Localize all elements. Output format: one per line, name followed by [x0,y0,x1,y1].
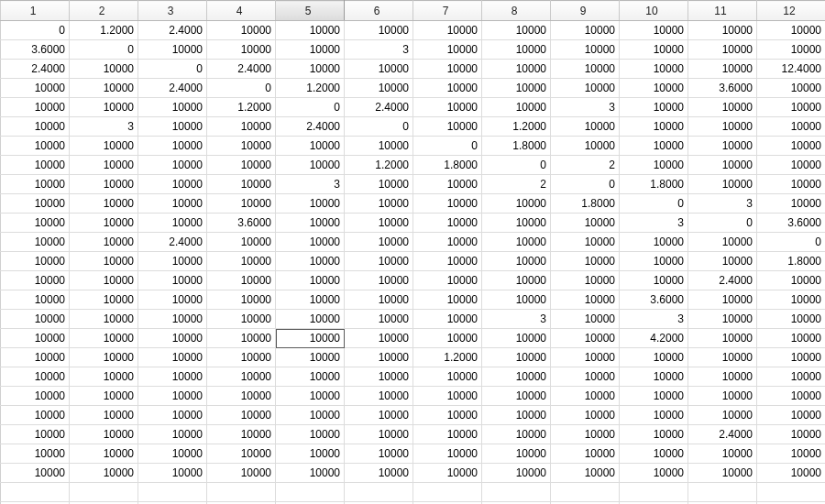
cell[interactable]: 10000 [757,194,826,214]
cell[interactable]: 10000 [551,464,620,483]
cell[interactable]: 10000 [138,329,207,348]
cell[interactable]: 10000 [138,98,207,117]
cell[interactable]: 10000 [70,137,138,156]
cell[interactable]: 10000 [757,156,826,175]
cell[interactable]: 10000 [70,464,138,483]
cell[interactable]: 10000 [482,464,551,483]
cell[interactable]: 10000 [620,271,688,290]
cell[interactable]: 10000 [138,406,207,425]
cell[interactable]: 10000 [688,310,757,329]
cell[interactable]: 10000 [413,387,482,406]
cell[interactable]: 10000 [757,98,826,117]
cell[interactable]: 10000 [688,290,757,310]
cell[interactable]: 10000 [345,329,413,348]
cell[interactable]: 10000 [688,464,757,483]
cell[interactable]: 10000 [345,348,413,367]
cell[interactable] [482,483,551,502]
column-header[interactable]: 3 [138,1,207,21]
cell[interactable] [757,483,826,502]
cell[interactable]: 3 [345,40,413,60]
cell[interactable]: 10000 [620,60,688,79]
cell[interactable]: 10000 [620,348,688,367]
cell[interactable]: 10000 [345,425,413,444]
cell[interactable]: 10000 [345,271,413,290]
cell[interactable]: 10000 [1,98,70,117]
cell[interactable]: 10000 [207,40,276,60]
cell[interactable]: 10000 [551,425,620,444]
cell[interactable] [413,483,482,502]
cell[interactable]: 10000 [276,194,345,214]
cell[interactable]: 10000 [482,444,551,464]
cell[interactable]: 10000 [482,387,551,406]
cell[interactable]: 10000 [1,387,70,406]
cell[interactable]: 0 [276,98,345,117]
cell[interactable]: 10000 [70,175,138,194]
cell[interactable]: 10000 [70,367,138,387]
cell[interactable]: 10000 [413,79,482,98]
cell[interactable]: 10000 [70,310,138,329]
cell[interactable]: 10000 [138,444,207,464]
cell[interactable]: 3 [620,310,688,329]
cell[interactable]: 10000 [688,387,757,406]
cell[interactable]: 10000 [757,406,826,425]
cell[interactable]: 0 [688,214,757,233]
cell[interactable]: 10000 [1,194,70,214]
cell[interactable]: 3 [620,214,688,233]
cell[interactable]: 10000 [757,137,826,156]
cell[interactable]: 10000 [70,406,138,425]
cell[interactable]: 10000 [345,194,413,214]
cell[interactable]: 12.4000 [757,60,826,79]
cell[interactable]: 10000 [757,290,826,310]
cell[interactable]: 0 [207,79,276,98]
cell[interactable]: 10000 [276,348,345,367]
cell[interactable]: 10000 [70,329,138,348]
cell[interactable]: 0 [620,194,688,214]
cell[interactable]: 10000 [413,40,482,60]
cell[interactable]: 10000 [207,444,276,464]
cell[interactable]: 10000 [413,464,482,483]
cell[interactable]: 10000 [482,367,551,387]
cell[interactable]: 3.6000 [688,79,757,98]
cell[interactable]: 10000 [620,98,688,117]
cell[interactable]: 10000 [276,252,345,271]
cell[interactable]: 10000 [70,290,138,310]
cell[interactable]: 10000 [688,137,757,156]
cell[interactable]: 10000 [688,233,757,252]
cell[interactable]: 10000 [1,117,70,137]
cell[interactable]: 10000 [345,21,413,40]
cell[interactable]: 10000 [551,367,620,387]
cell[interactable]: 10000 [138,137,207,156]
column-header[interactable]: 2 [70,1,138,21]
cell[interactable]: 10000 [138,367,207,387]
cell[interactable]: 10000 [413,117,482,137]
cell[interactable]: 10000 [207,233,276,252]
cell[interactable]: 10000 [138,214,207,233]
cell[interactable]: 10000 [207,252,276,271]
cell[interactable]: 10000 [70,425,138,444]
cell[interactable]: 10000 [551,117,620,137]
cell[interactable]: 10000 [276,60,345,79]
cell[interactable]: 0 [482,156,551,175]
cell[interactable]: 10000 [1,367,70,387]
cell[interactable]: 10000 [482,252,551,271]
cell[interactable]: 10000 [620,444,688,464]
cell[interactable]: 10000 [207,175,276,194]
cell[interactable]: 10000 [688,444,757,464]
cell[interactable]: 10000 [70,60,138,79]
cell[interactable]: 2.4000 [138,233,207,252]
cell[interactable]: 10000 [482,348,551,367]
cell[interactable]: 10000 [345,79,413,98]
cell[interactable]: 10000 [345,387,413,406]
cell[interactable]: 10000 [1,425,70,444]
cell[interactable]: 10000 [413,271,482,290]
cell[interactable]: 10000 [207,194,276,214]
cell[interactable]: 10000 [138,252,207,271]
cell[interactable]: 10000 [1,290,70,310]
cell[interactable]: 10000 [620,40,688,60]
cell[interactable]: 10000 [551,329,620,348]
cell[interactable]: 10000 [413,21,482,40]
cell[interactable]: 10000 [1,233,70,252]
cell[interactable]: 10000 [551,60,620,79]
cell[interactable]: 10000 [413,214,482,233]
cell[interactable]: 10000 [551,40,620,60]
